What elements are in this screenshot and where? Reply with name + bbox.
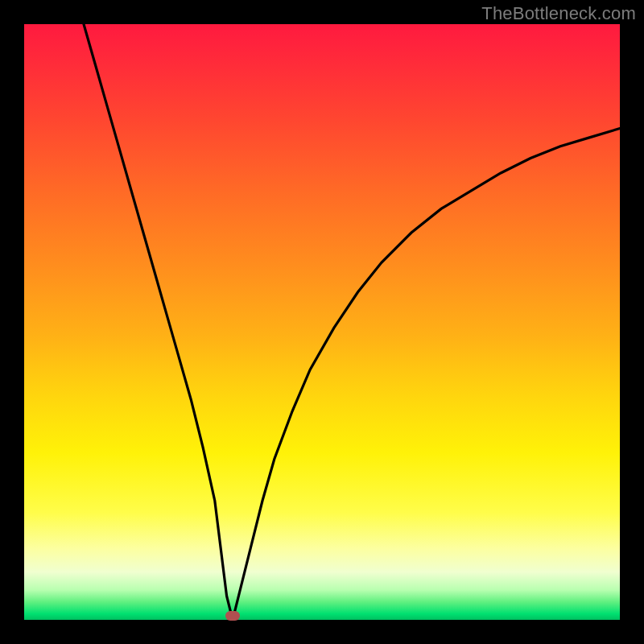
optimal-marker xyxy=(225,611,240,621)
bottleneck-curve xyxy=(24,24,620,620)
plot-area xyxy=(24,24,620,620)
chart-frame: TheBottleneck.com xyxy=(0,0,644,644)
attribution-label: TheBottleneck.com xyxy=(481,3,636,24)
